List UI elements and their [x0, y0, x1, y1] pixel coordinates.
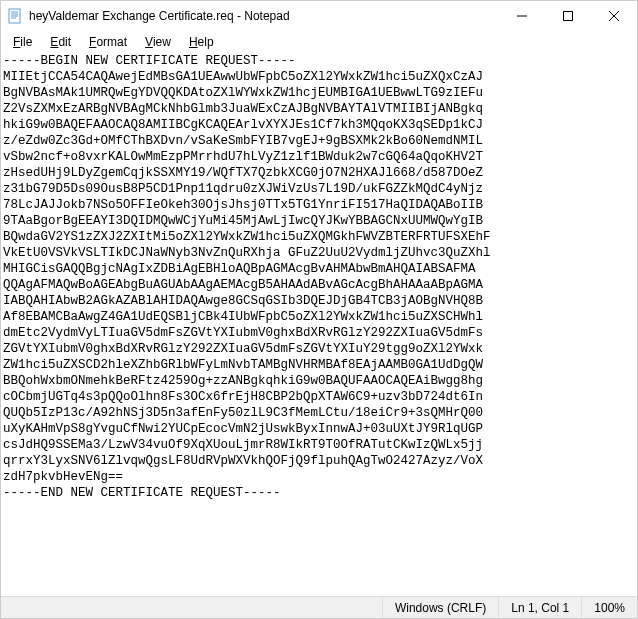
svg-rect-6 [564, 12, 573, 21]
maximize-button[interactable] [545, 1, 591, 31]
close-button[interactable] [591, 1, 637, 31]
status-zoom: 100% [581, 597, 637, 618]
menu-format[interactable]: Format [81, 33, 135, 51]
notepad-icon [7, 8, 23, 24]
titlebar: heyValdemar Exchange Certificate.req - N… [1, 1, 637, 31]
menubar: File Edit Format View Help [1, 31, 637, 53]
menu-view[interactable]: View [137, 33, 179, 51]
window-title: heyValdemar Exchange Certificate.req - N… [29, 9, 499, 23]
menu-help[interactable]: Help [181, 33, 222, 51]
minimize-button[interactable] [499, 1, 545, 31]
status-line-ending: Windows (CRLF) [382, 597, 498, 618]
menu-file[interactable]: File [5, 33, 40, 51]
statusbar: Windows (CRLF) Ln 1, Col 1 100% [1, 596, 637, 618]
text-editor[interactable]: -----BEGIN NEW CERTIFICATE REQUEST----- … [1, 53, 637, 596]
status-position: Ln 1, Col 1 [498, 597, 581, 618]
menu-edit[interactable]: Edit [42, 33, 79, 51]
window-controls [499, 1, 637, 31]
